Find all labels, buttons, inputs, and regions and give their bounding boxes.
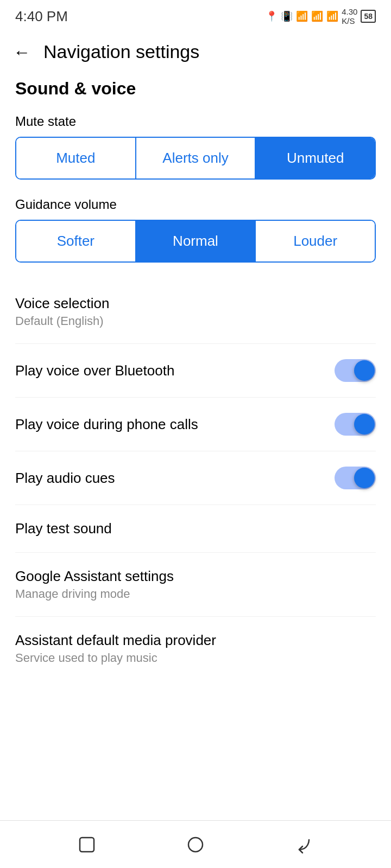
play-audio-cues-label: Play audio cues bbox=[15, 470, 115, 487]
normal-btn[interactable]: Normal bbox=[136, 221, 256, 261]
section-title-sound-voice: Sound & voice bbox=[15, 79, 376, 99]
main-content: Sound & voice Mute state Muted Alerts on… bbox=[0, 73, 391, 820]
play-test-sound-row[interactable]: Play test sound bbox=[15, 505, 376, 553]
play-voice-phone-label: Play voice during phone calls bbox=[15, 416, 198, 433]
toggle-thumb bbox=[354, 360, 375, 381]
status-time: 4:40 PM bbox=[15, 8, 68, 25]
guidance-volume-label: Guidance volume bbox=[15, 197, 376, 212]
toggle-thumb bbox=[354, 414, 375, 435]
play-voice-bluetooth-row[interactable]: Play voice over Bluetooth bbox=[15, 344, 376, 398]
battery-indicator: 58 bbox=[361, 10, 376, 23]
google-assistant-label: Google Assistant settings bbox=[15, 568, 174, 585]
toggle-track bbox=[335, 467, 376, 489]
play-voice-bluetooth-toggle[interactable] bbox=[335, 359, 376, 382]
page-title: Navigation settings bbox=[43, 41, 199, 62]
voice-selection-row[interactable]: Voice selection Default (English) bbox=[15, 280, 376, 344]
play-test-sound-label: Play test sound bbox=[15, 520, 376, 537]
vibrate-icon: 📳 bbox=[281, 10, 293, 22]
softer-btn[interactable]: Softer bbox=[16, 221, 136, 261]
status-bar: 4:40 PM 📍 📳 📶 📶 📶 4.30K/S 58 bbox=[0, 0, 391, 30]
back-nav-button[interactable] bbox=[292, 833, 316, 857]
toggle-thumb bbox=[354, 468, 375, 488]
location-icon: 📍 bbox=[266, 10, 278, 22]
play-voice-bluetooth-label: Play voice over Bluetooth bbox=[15, 362, 174, 379]
assistant-media-label: Assistant default media provider bbox=[15, 632, 216, 649]
guidance-volume-control[interactable]: Softer Normal Louder bbox=[15, 220, 376, 263]
square-nav-button[interactable] bbox=[75, 833, 99, 857]
play-audio-cues-toggle[interactable] bbox=[335, 467, 376, 489]
play-audio-cues-row[interactable]: Play audio cues bbox=[15, 451, 376, 505]
circle-icon bbox=[185, 834, 206, 855]
toggle-track bbox=[335, 359, 376, 382]
signal2-icon: 📶 bbox=[326, 10, 338, 22]
back-nav-icon bbox=[294, 834, 314, 855]
voice-selection-label: Voice selection bbox=[15, 295, 376, 312]
nav-bar bbox=[0, 820, 391, 868]
assistant-media-sublabel: Service used to play music bbox=[15, 651, 216, 665]
alerts-only-btn[interactable]: Alerts only bbox=[136, 138, 256, 178]
status-icons: 📍 📳 📶 📶 📶 4.30K/S 58 bbox=[266, 7, 376, 25]
svg-rect-0 bbox=[80, 838, 94, 852]
unmuted-btn[interactable]: Unmuted bbox=[256, 138, 375, 178]
square-icon bbox=[77, 834, 97, 855]
voice-selection-sublabel: Default (English) bbox=[15, 314, 376, 328]
data-speed: 4.30K/S bbox=[342, 7, 357, 25]
back-button[interactable]: ← bbox=[13, 43, 30, 61]
google-assistant-row[interactable]: Google Assistant settings Manage driving… bbox=[15, 553, 376, 617]
toggle-track bbox=[335, 413, 376, 436]
assistant-media-row[interactable]: Assistant default media provider Service… bbox=[15, 617, 376, 680]
signal-icon: 📶 bbox=[311, 10, 323, 22]
page-header: ← Navigation settings bbox=[0, 30, 391, 73]
mute-state-label: Mute state bbox=[15, 114, 376, 129]
play-voice-phone-row[interactable]: Play voice during phone calls bbox=[15, 398, 376, 451]
play-voice-phone-toggle[interactable] bbox=[335, 413, 376, 436]
wifi-icon: 📶 bbox=[296, 10, 308, 22]
mute-state-control[interactable]: Muted Alerts only Unmuted bbox=[15, 137, 376, 180]
mute-btn[interactable]: Muted bbox=[16, 138, 136, 178]
louder-btn[interactable]: Louder bbox=[256, 221, 375, 261]
svg-point-1 bbox=[188, 838, 203, 852]
google-assistant-sublabel: Manage driving mode bbox=[15, 587, 174, 601]
circle-nav-button[interactable] bbox=[184, 833, 207, 857]
